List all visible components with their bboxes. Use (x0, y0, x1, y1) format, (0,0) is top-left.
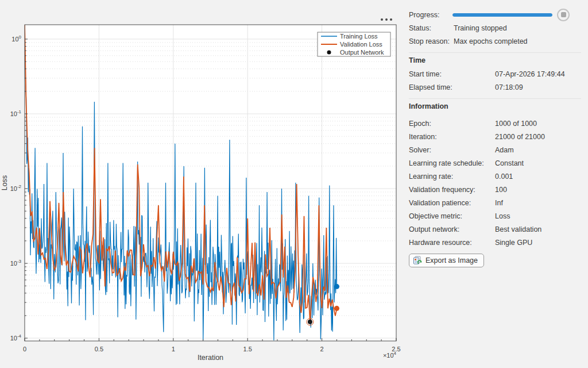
output-network-label: Output network: (409, 225, 495, 233)
training-progress-chart: 00.511.522.510010-110-210-310-4×104Itera… (0, 0, 402, 368)
elapsed-time-value: 07:18:09 (495, 83, 581, 91)
solver-value: Adam (495, 146, 581, 154)
ellipsis-icon (381, 18, 383, 21)
legend-label-2: Output Network (340, 49, 384, 56)
svg-text:100: 100 (11, 34, 21, 43)
loss-chart-svg: 00.511.522.510010-110-210-310-4×104Itera… (0, 0, 402, 368)
epoch-value: 1000 of 1000 (495, 120, 581, 128)
stop-icon (561, 12, 566, 17)
validation-frequency-value: 100 (495, 186, 581, 194)
hardware-resource-row: Hardware resource: Single GPU (409, 236, 581, 249)
objective-metric-label: Objective metric: (409, 212, 495, 220)
learning-rate-label: Learning rate: (409, 172, 495, 181)
plot-area (25, 25, 396, 341)
svg-text:10-3: 10-3 (10, 259, 22, 267)
ellipsis-icon (385, 18, 388, 21)
epoch-row: Epoch: 1000 of 1000 (409, 117, 581, 130)
elapsed-time-row: Elapsed time: 07:18:09 (409, 80, 581, 94)
svg-text:2: 2 (320, 346, 324, 352)
information-section-header: Information (409, 100, 581, 113)
output-network-marker (308, 320, 312, 324)
legend-sample-2 (327, 51, 331, 55)
output-network-value: Best validation (495, 225, 581, 233)
x-axis-label: Iteration (198, 354, 223, 362)
svg-text:10-1: 10-1 (10, 109, 22, 117)
learning-rate-schedule-value: Constant (495, 159, 581, 167)
export-image-icon (413, 256, 422, 265)
iteration-value: 21000 of 21000 (495, 133, 581, 141)
y-axis-label: Loss (1, 175, 9, 190)
status-value: Training stopped (454, 24, 581, 32)
stop-button[interactable] (557, 9, 570, 21)
hardware-resource-value: Single GPU (495, 239, 581, 247)
learning-rate-value: 0.001 (495, 172, 581, 181)
ellipsis-icon (390, 18, 392, 21)
validation-frequency-label: Validation frequency: (409, 186, 495, 194)
axes-options-menu-button[interactable] (380, 17, 393, 22)
stop-reason-value: Max epochs completed (454, 37, 581, 45)
output-network-row: Output network: Best validation (409, 223, 581, 236)
stop-reason-row: Stop reason: Max epochs completed (409, 34, 581, 48)
learning-rate-row: Learning rate: 0.001 (409, 170, 581, 183)
solver-label: Solver: (409, 146, 495, 154)
stop-reason-label: Stop reason: (409, 37, 454, 45)
validation-patience-row: Validation patience: Inf (409, 196, 581, 209)
svg-text:10-2: 10-2 (10, 184, 22, 192)
svg-text:1: 1 (172, 346, 175, 352)
progress-label: Progress: (409, 11, 452, 19)
solver-row: Solver: Adam (409, 143, 581, 156)
time-section-header: Time (409, 54, 581, 67)
validation-patience-value: Inf (495, 199, 581, 207)
svg-text:0.5: 0.5 (95, 346, 103, 352)
svg-text:0: 0 (23, 346, 26, 352)
final-training-marker (334, 284, 339, 289)
iteration-label: Iteration: (409, 133, 495, 141)
hardware-resource-label: Hardware resource: (409, 239, 495, 247)
legend-label-0: Training Loss (340, 33, 378, 40)
start-time-value: 07-Apr-2026 17:49:44 (495, 70, 581, 78)
final-validation-marker (334, 306, 339, 311)
learning-rate-schedule-row: Learning rate schedule: Constant (409, 156, 581, 170)
status-label: Status: (409, 24, 454, 32)
legend: Training LossValidation LossOutput Netwo… (318, 32, 390, 56)
legend-label-1: Validation Loss (340, 41, 382, 48)
start-time-label: Start time: (409, 70, 495, 78)
svg-text:1.5: 1.5 (243, 346, 252, 352)
objective-metric-value: Loss (495, 212, 581, 220)
progress-bar-fill (452, 13, 552, 17)
training-details-panel: Progress: Status: Training stopped Stop … (402, 0, 588, 368)
svg-text:×104: ×104 (383, 351, 397, 359)
start-time-row: Start time: 07-Apr-2026 17:49:44 (409, 67, 581, 80)
progress-bar (452, 13, 552, 17)
validation-frequency-row: Validation frequency: 100 (409, 183, 581, 196)
status-row: Status: Training stopped (409, 21, 581, 34)
information-section: Information Epoch: 1000 of 1000 Iteratio… (409, 98, 581, 249)
svg-text:10-4: 10-4 (10, 334, 22, 342)
epoch-label: Epoch: (409, 120, 495, 128)
time-section: Time Start time: 07-Apr-2026 17:49:44 El… (409, 52, 581, 94)
iteration-row: Iteration: 21000 of 21000 (409, 130, 581, 143)
learning-rate-schedule-label: Learning rate schedule: (409, 159, 495, 167)
export-as-image-button[interactable]: Export as Image (409, 254, 484, 267)
elapsed-time-label: Elapsed time: (409, 83, 495, 91)
objective-metric-row: Objective metric: Loss (409, 209, 581, 223)
progress-row: Progress: (409, 8, 581, 21)
validation-patience-label: Validation patience: (409, 199, 495, 207)
export-button-label: Export as Image (425, 256, 478, 264)
